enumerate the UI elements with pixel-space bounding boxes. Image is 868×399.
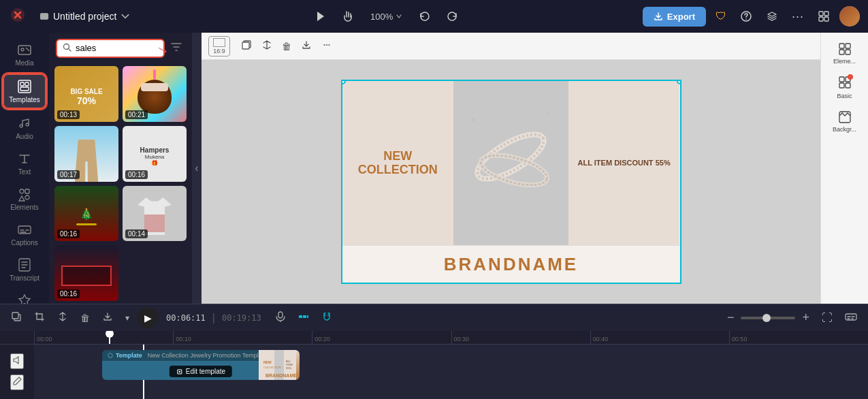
svg-rect-5 xyxy=(819,12,823,16)
help-button[interactable] xyxy=(736,7,756,25)
canvas-frame[interactable]: NEW COLLECTION xyxy=(341,80,681,284)
shield-button[interactable]: 🛡 xyxy=(711,7,730,25)
timeline-magnet-button[interactable] xyxy=(317,308,336,327)
zoom-control[interactable]: 100% xyxy=(365,9,408,25)
track-thumb-svg: NEW COLLECTION ALL ITEM 55% BRANDNAME xyxy=(262,350,296,380)
top-bar: Untitled project 100% Ex xyxy=(0,0,868,33)
zoom-out-button[interactable]: − xyxy=(723,308,739,328)
canvas-delete-button[interactable]: 🗑 xyxy=(278,38,295,54)
right-panel-background[interactable]: Backgr... xyxy=(824,106,865,137)
search-input[interactable] xyxy=(76,43,158,53)
zoom-slider[interactable] xyxy=(741,317,795,319)
ruler-mark-5: 00:50 xyxy=(729,331,868,344)
svg-rect-18 xyxy=(25,189,29,193)
timeline-download-more-button[interactable]: ▾ xyxy=(121,310,133,325)
ruler-marks-container: 00:00 00:10 00:20 00:30 00:40 00:50 xyxy=(34,331,868,344)
template-thumb-7[interactable]: 00:16 xyxy=(54,245,118,301)
sidebar-item-text[interactable]: Text xyxy=(3,147,46,180)
left-sidebar: Media Templates Audio Text Elements Capt xyxy=(0,33,49,304)
layers-button[interactable] xyxy=(762,7,782,25)
redo-button[interactable] xyxy=(442,7,462,25)
search-bar xyxy=(56,39,165,58)
export-label: Export xyxy=(667,12,695,22)
svg-rect-13 xyxy=(25,82,29,86)
timeline-split-button[interactable] xyxy=(53,308,72,327)
template-thumb-1[interactable]: BIG SALE 70% 00:13 xyxy=(54,66,118,122)
canvas-download-button[interactable] xyxy=(297,37,316,56)
project-name: Untitled project xyxy=(53,11,116,22)
timeline-playhead[interactable] xyxy=(109,331,110,344)
svg-rect-39 xyxy=(846,83,850,88)
panel-collapse-button[interactable]: ‹ xyxy=(192,33,202,304)
layout-button[interactable] xyxy=(814,7,834,25)
thumb-2-duration: 00:21 xyxy=(125,110,148,119)
fullscreen-button[interactable]: ⛶ xyxy=(818,309,837,327)
canvas-crop-button[interactable] xyxy=(237,37,256,56)
new-collection-text: NEW COLLECTION xyxy=(349,150,447,177)
hand-tool-button[interactable] xyxy=(338,7,358,25)
svg-rect-46 xyxy=(307,315,308,318)
track-edit-button[interactable] xyxy=(10,374,24,390)
svg-rect-42 xyxy=(12,313,18,319)
canvas-more-button[interactable] xyxy=(317,37,336,56)
ruler-mark-3: 00:30 xyxy=(451,331,590,344)
undo-button[interactable] xyxy=(415,7,435,25)
sidebar-item-transcript[interactable]: Transcript xyxy=(3,253,46,286)
aspect-ratio-badge[interactable]: 16:9 xyxy=(208,36,230,57)
sidebar-item-templates[interactable]: Templates xyxy=(3,74,46,109)
timeline-ruler: 00:00 00:10 00:20 00:30 00:40 00:50 xyxy=(0,331,868,345)
sidebar-item-audio[interactable]: Audio xyxy=(3,112,46,144)
track-type-label: Template xyxy=(116,352,142,359)
brand-name: BRANDNAME xyxy=(444,254,578,275)
template-thumb-2[interactable]: 00:21 xyxy=(123,66,187,122)
sidebar-item-elements[interactable]: Elements xyxy=(3,182,46,215)
svg-rect-40 xyxy=(839,112,850,123)
sidebar-media-label: Media xyxy=(15,59,33,67)
export-button[interactable]: Export xyxy=(643,7,706,27)
sidebar-captions-label: Captions xyxy=(11,239,37,246)
edit-template-label: Edit template xyxy=(186,368,225,375)
time-current: 00:06:11 xyxy=(166,313,206,323)
timeline-copy-button[interactable] xyxy=(7,308,26,327)
right-panel-elements[interactable]: Eleme... xyxy=(824,38,865,69)
timeline-play-button[interactable]: ▶ xyxy=(138,308,158,328)
zoom-in-button[interactable]: + xyxy=(798,308,814,328)
svg-rect-24 xyxy=(242,42,249,49)
sidebar-item-star[interactable] xyxy=(3,289,46,304)
timeline-download-button[interactable] xyxy=(98,308,117,327)
right-panel-basic[interactable]: Basic xyxy=(824,71,865,103)
sidebar-item-media[interactable]: Media xyxy=(3,38,46,71)
template-thumb-4[interactable]: Hampers Mukena 🎁 00:16 xyxy=(123,126,187,182)
svg-marker-2 xyxy=(317,12,324,21)
template-thumb-3[interactable]: 00:17 xyxy=(54,126,118,182)
timeline-section: 🗑 ▾ ▶ 00:06:11 | 00:19:13 − xyxy=(0,304,868,399)
svg-rect-36 xyxy=(839,77,844,82)
template-track[interactable]: ⬡ Template New Collection Jewelry Promot… xyxy=(102,350,300,380)
svg-rect-44 xyxy=(299,315,302,318)
svg-point-22 xyxy=(64,44,69,49)
timeline-mic-button[interactable] xyxy=(271,308,290,327)
track-volume-button[interactable] xyxy=(10,353,24,369)
svg-rect-33 xyxy=(846,44,850,48)
template-thumb-5[interactable]: 🎄 00:16 xyxy=(54,186,118,242)
template-grid: BIG SALE 70% 00:13 00:21 xyxy=(49,63,192,304)
svg-point-19 xyxy=(25,195,29,200)
avatar[interactable] xyxy=(839,6,860,27)
template-thumb-6[interactable]: 00:14 xyxy=(123,186,187,242)
search-area: → xyxy=(49,33,192,63)
sidebar-item-captions[interactable]: Captions xyxy=(3,218,46,251)
timeline-delete-button[interactable]: 🗑 xyxy=(76,310,94,326)
time-total: 00:19:13 xyxy=(222,313,261,323)
play-button[interactable] xyxy=(310,7,331,25)
logo-icon[interactable] xyxy=(8,7,27,27)
right-panel-elements-label: Eleme... xyxy=(833,58,856,65)
more-button[interactable]: ··· xyxy=(788,7,808,27)
svg-text:55%: 55% xyxy=(286,366,291,370)
timeline-crop-button[interactable] xyxy=(30,308,49,327)
project-name-area[interactable]: Untitled project xyxy=(39,11,130,22)
edit-template-badge[interactable]: Edit template xyxy=(170,366,232,377)
svg-text:BRANDNAME: BRANDNAME xyxy=(266,373,296,378)
timeline-grid-button[interactable] xyxy=(294,308,313,327)
captions-view-button[interactable] xyxy=(841,308,861,328)
canvas-split-button[interactable] xyxy=(257,37,276,56)
